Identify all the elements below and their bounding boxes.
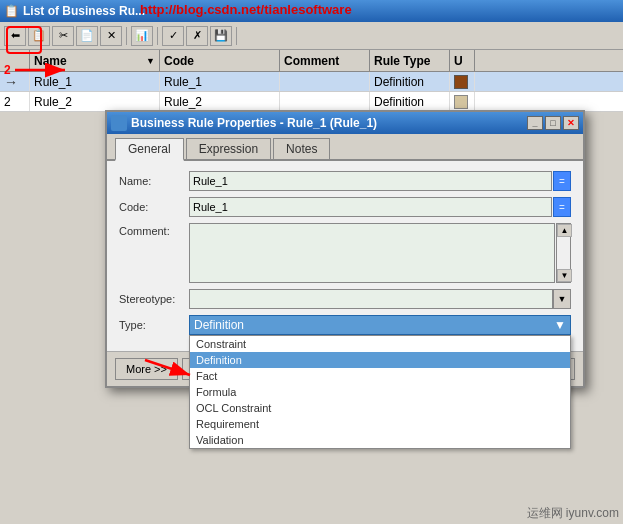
name-input[interactable] <box>189 171 552 191</box>
col-name-label: Name <box>34 54 67 68</box>
more-button[interactable]: More >> <box>115 358 178 380</box>
toolbar-paste-btn[interactable]: 📄 <box>76 26 98 46</box>
bottom-watermark: 运维网 iyunv.com <box>527 505 619 522</box>
type-label: Type: <box>119 319 189 331</box>
name-row: Name: = <box>119 171 571 191</box>
dropdown-item-ocl[interactable]: OCL Constraint <box>190 400 570 416</box>
scroll-track <box>557 237 570 269</box>
name-btn[interactable]: = <box>553 171 571 191</box>
row2-num: 2 <box>0 92 30 111</box>
watermark: http://blog.csdn.net/tianlesoftware <box>140 2 352 17</box>
properties-dialog: Business Rule Properties - Rule_1 (Rule_… <box>105 110 585 388</box>
code-btn[interactable]: = <box>553 197 571 217</box>
type-selected[interactable]: Definition ▼ <box>189 315 571 335</box>
row2-ruletype: Definition <box>370 92 450 111</box>
modal-title-bar: Business Rule Properties - Rule_1 (Rule_… <box>107 112 583 134</box>
tab-general[interactable]: General <box>115 138 184 161</box>
col-header-u[interactable]: U <box>450 50 475 71</box>
toolbar: ⬅ 📋 ✂ 📄 ✕ 📊 ✓ ✗ 💾 <box>0 22 623 50</box>
col-name-sort[interactable]: ▼ <box>146 56 155 66</box>
tab-bar: General Expression Notes <box>107 134 583 161</box>
bg-window-icon: 📋 <box>4 4 19 18</box>
dropdown-item-definition[interactable]: Definition <box>190 352 570 368</box>
col-header-comment[interactable]: Comment <box>280 50 370 71</box>
tab-expression[interactable]: Expression <box>186 138 271 159</box>
type-row: Type: Definition ▼ Constraint Definition… <box>119 315 571 335</box>
scroll-up-btn[interactable]: ▲ <box>557 224 572 237</box>
row2-name: Rule_2 <box>30 92 160 111</box>
toolbar-copy-btn[interactable]: 📋 <box>28 26 50 46</box>
row2-comment <box>280 92 370 111</box>
stereotype-row: Stereotype: ▼ <box>119 289 571 309</box>
toolbar-cut-btn[interactable]: ✂ <box>52 26 74 46</box>
comment-row: Comment: ▲ ▼ <box>119 223 571 283</box>
col-u-label: U <box>454 54 463 68</box>
row1-code: Rule_1 <box>160 72 280 91</box>
table-row[interactable]: → Rule_1 Rule_1 Definition <box>0 72 623 92</box>
toolbar-x-btn[interactable]: ✗ <box>186 26 208 46</box>
modal-body: Name: = Code: = Comment: ▲ ▼ Stereotype:… <box>107 161 583 351</box>
code-label: Code: <box>119 201 189 213</box>
modal-controls: _ □ ✕ <box>527 116 579 130</box>
stereotype-input[interactable] <box>189 289 553 309</box>
dropdown-item-fact[interactable]: Fact <box>190 368 570 384</box>
list-header: Name ▼ Code Comment Rule Type U <box>0 50 623 72</box>
comment-textarea[interactable] <box>189 223 555 283</box>
code-input[interactable] <box>189 197 552 217</box>
row2-code: Rule_2 <box>160 92 280 111</box>
comment-scrollbar[interactable]: ▲ ▼ <box>556 223 571 283</box>
annotation-number-2: 2 <box>4 56 11 79</box>
modal-title: Business Rule Properties - Rule_1 (Rule_… <box>131 116 377 130</box>
toolbar-sep-1 <box>126 27 127 45</box>
dropdown-item-constraint[interactable]: Constraint <box>190 336 570 352</box>
col-header-code[interactable]: Code <box>160 50 280 71</box>
col-ruletype-label: Rule Type <box>374 54 430 68</box>
type-dropdown-list: Constraint Definition Fact Formula OCL C… <box>189 335 571 449</box>
bg-window-title: List of Business Ru... <box>23 4 145 18</box>
dropdown-item-validation[interactable]: Validation <box>190 432 570 448</box>
row2-u <box>450 92 475 111</box>
toolbar-check-btn[interactable]: ✓ <box>162 26 184 46</box>
stereotype-label: Stereotype: <box>119 293 189 305</box>
row1-color-box <box>454 75 468 89</box>
col-header-ruletype[interactable]: Rule Type <box>370 50 450 71</box>
toolbar-back-btn[interactable]: ⬅ <box>4 26 26 46</box>
more-button-group: More >> <box>115 358 178 380</box>
row1-name: Rule_1 <box>30 72 160 91</box>
row1-u <box>450 72 475 91</box>
dropdown-item-requirement[interactable]: Requirement <box>190 416 570 432</box>
dropdown-item-formula[interactable]: Formula <box>190 384 570 400</box>
type-selected-value: Definition <box>194 318 244 332</box>
maximize-button[interactable]: □ <box>545 116 561 130</box>
col-comment-label: Comment <box>284 54 339 68</box>
modal-icon <box>111 115 127 131</box>
name-label: Name: <box>119 175 189 187</box>
row2-color-box <box>454 95 468 109</box>
toolbar-delete-btn[interactable]: ✕ <box>100 26 122 46</box>
comment-label: Comment: <box>119 223 189 237</box>
type-dropdown-arrow: ▼ <box>554 318 566 332</box>
toolbar-sep-3 <box>236 27 237 45</box>
table-row[interactable]: 2 Rule_2 Rule_2 Definition <box>0 92 623 112</box>
col-header-name[interactable]: Name ▼ <box>30 50 160 71</box>
toolbar-sep-2 <box>157 27 158 45</box>
scroll-down-btn[interactable]: ▼ <box>557 269 572 282</box>
close-button[interactable]: ✕ <box>563 116 579 130</box>
code-row: Code: = <box>119 197 571 217</box>
type-dropdown-wrapper: Definition ▼ Constraint Definition Fact … <box>189 315 571 335</box>
minimize-button[interactable]: _ <box>527 116 543 130</box>
toolbar-save-btn[interactable]: 💾 <box>210 26 232 46</box>
col-code-label: Code <box>164 54 194 68</box>
stereotype-dropdown-btn[interactable]: ▼ <box>553 289 571 309</box>
row1-comment <box>280 72 370 91</box>
row1-ruletype: Definition <box>370 72 450 91</box>
tab-notes[interactable]: Notes <box>273 138 330 159</box>
toolbar-chart-btn[interactable]: 📊 <box>131 26 153 46</box>
